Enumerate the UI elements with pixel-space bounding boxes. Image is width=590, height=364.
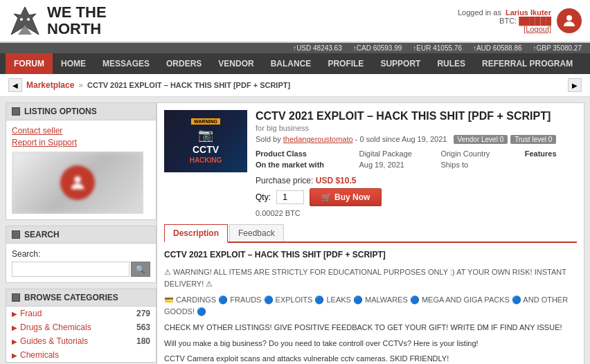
logo-area: WE THE NORTH <box>8 4 107 37</box>
product-content: WARNING 📷 CCTV HACKING CCTV 2021 EXPLOIT… <box>157 102 584 364</box>
category-drugs-chemicals[interactable]: ▶Drugs & Chemicals 563 <box>6 320 156 334</box>
logout-link[interactable]: [Logout] <box>524 25 551 33</box>
drugs-count: 563 <box>136 322 150 332</box>
btc-label: BTC: <box>499 17 517 25</box>
browse-categories-header: BROWSE CATEGORIES <box>6 289 156 307</box>
listing-options-section: LISTING OPTIONS Contact seller Report in… <box>6 102 157 220</box>
search-button[interactable]: 🔍 <box>131 262 150 277</box>
desc-categories: 💳 CARDINGS 🔵 FRAUDS 🔵 EXPLOITS 🔵 LEAKS 🔵… <box>164 294 577 318</box>
nav-orders[interactable]: ORDERS <box>158 53 210 74</box>
breadcrumb-forward-btn[interactable]: ▶ <box>568 78 582 92</box>
nav-forum[interactable]: FORUM <box>6 53 53 74</box>
desc-title: CCTV 2021 EXPLOIT – HACK THIS SHIT [PDF … <box>164 248 577 262</box>
listing-options-title: LISTING OPTIONS <box>24 107 97 116</box>
listing-options-header: LISTING OPTIONS <box>6 103 156 120</box>
chemicals-arrow: ▶ <box>12 352 17 359</box>
report-support-link[interactable]: Report in Support <box>12 138 150 147</box>
buy-btn-label: Buy Now <box>334 192 370 202</box>
search-input[interactable] <box>12 262 129 277</box>
nav-home[interactable]: HOME <box>53 53 94 74</box>
qty-input[interactable] <box>276 190 304 204</box>
desc-para1: Will you make a big business? Do you nee… <box>164 338 577 350</box>
nav-rules[interactable]: RULES <box>429 53 474 74</box>
purchase-section: Purchase price: USD $10.5 Qty: 🛒 Buy Now… <box>256 176 577 217</box>
product-image-inner: WARNING 📷 CCTV HACKING <box>164 110 247 172</box>
breadcrumb-back-btn[interactable]: ◀ <box>8 78 22 92</box>
nav-messages[interactable]: MESSAGES <box>94 53 158 74</box>
origin-country-value <box>517 148 525 159</box>
search-section: SEARCH Search: 🔍 <box>6 226 157 283</box>
qty-label: Qty: <box>256 192 271 202</box>
nav-referral[interactable]: REFERRAL PROGRAM <box>474 53 581 74</box>
currency-gbp: ↑GBP 35080.27 <box>533 44 582 52</box>
category-fraud[interactable]: ▶Fraud 279 <box>6 307 156 320</box>
product-title: CCTV 2021 EXPLOIT – HACK THIS SHIT [PDF … <box>256 110 577 122</box>
product-class-label: Product Class <box>256 148 359 159</box>
nav-vendor[interactable]: VENDOR <box>210 53 262 74</box>
listing-options-body: Contact seller Report in Support <box>6 120 156 219</box>
qty-row: Qty: 🛒 Buy Now <box>256 188 577 206</box>
fraud-label: Fraud <box>20 309 42 318</box>
browse-title: BROWSE CATEGORIES <box>24 293 118 302</box>
nav-balance[interactable]: BALANCE <box>262 53 320 74</box>
search-header: SEARCH <box>6 226 156 244</box>
contact-seller-link[interactable]: Contact seller <box>12 126 150 136</box>
product-table: Product Class Digital Package Origin Cou… <box>256 148 577 170</box>
svg-point-3 <box>27 18 30 21</box>
sold-by: Sold by thedangeroustomato - 0 sold sinc… <box>256 135 577 144</box>
nav-support[interactable]: SUPPORT <box>372 53 429 74</box>
search-label: Search: <box>12 249 150 259</box>
category-guides[interactable]: ▶Guides & Tutorials 180 <box>6 334 156 348</box>
fraud-count: 279 <box>136 309 150 318</box>
product-image: WARNING 📷 CCTV HACKING <box>164 110 247 172</box>
currency-bar: ↑USD 48243.63 ↑CAD 60593.99 ↑EUR 41055.7… <box>0 43 590 53</box>
hacking-label: HACKING <box>190 156 222 164</box>
nav-profile[interactable]: PROFILE <box>319 53 372 74</box>
browse-categories-section: BROWSE CATEGORIES ▶Fraud 279 ▶Drugs & Ch… <box>6 289 157 363</box>
cart-icon: 🛒 <box>321 192 332 202</box>
desc-para2: CCTV Camera exploit scans and attacks vu… <box>164 353 577 364</box>
price-value: USD $10.5 <box>316 176 357 185</box>
buy-now-button[interactable]: 🛒 Buy Now <box>310 188 382 206</box>
drugs-arrow: ▶ <box>12 324 17 331</box>
sold-count: - 0 sold since Aug 19, 2021 <box>355 135 447 143</box>
trust-level-badge: Trust level 0 <box>510 135 556 144</box>
header: WE THE NORTH Logged in as Larius Ikuter … <box>0 0 590 43</box>
categories-list: ▶Fraud 279 ▶Drugs & Chemicals 563 ▶Guide… <box>6 307 156 362</box>
badges: Vendor Level 0 Trust level 0 <box>454 135 557 144</box>
search-row: 🔍 <box>12 262 150 277</box>
currency-cad: ↑CAD 60593.99 <box>353 44 402 52</box>
username-display: Larius Ikuter <box>506 8 551 17</box>
logged-as-label: Logged in as <box>458 8 501 17</box>
avatar <box>557 8 582 33</box>
tab-feedback[interactable]: Feedback <box>229 224 284 242</box>
user-area: Logged in as Larius Ikuter BTC: ██████ [… <box>458 8 582 33</box>
market-date-value: Aug 19, 2021 <box>359 159 440 170</box>
svg-point-2 <box>20 18 23 21</box>
btc-value: ██████ <box>519 17 551 25</box>
currency-usd: ↑USD 48243.63 <box>293 44 342 52</box>
guides-count: 180 <box>136 336 150 346</box>
breadcrumb: ◀ Marketplace » CCTV 2021 EXPLOIT – HACK… <box>0 74 590 97</box>
category-chemicals[interactable]: ▶Chemicals <box>6 348 156 362</box>
guides-arrow: ▶ <box>12 338 17 345</box>
seller-link[interactable]: thedangeroustomato <box>283 135 353 143</box>
ships-to-value <box>517 159 525 170</box>
origin-country-label: Origin Country <box>440 148 517 159</box>
wolf-logo-icon <box>8 4 42 37</box>
breadcrumb-marketplace[interactable]: Marketplace <box>26 80 74 90</box>
product-class-value: Digital Package <box>359 148 440 159</box>
drugs-label: Drugs & Chemicals <box>20 322 91 332</box>
search-section-icon <box>12 230 20 239</box>
cctv-camera-icon: 📷 <box>198 127 213 143</box>
sidebar: LISTING OPTIONS Contact seller Report in… <box>6 102 157 364</box>
btc-amount: 0.00022 BTC <box>256 209 577 217</box>
search-body: Search: 🔍 <box>6 244 156 282</box>
warning-badge: WARNING <box>191 118 220 125</box>
product-top: WARNING 📷 CCTV HACKING CCTV 2021 EXPLOIT… <box>164 110 577 217</box>
desc-warning: ⚠ WARNING! ALL ITEMS ARE STRICTLY FOR ED… <box>164 266 577 291</box>
tab-description[interactable]: Description <box>164 224 228 243</box>
product-details: CCTV 2021 EXPLOIT – HACK THIS SHIT [PDF … <box>256 110 577 217</box>
currency-aud: ↑AUD 60588.86 <box>473 44 522 52</box>
search-title: SEARCH <box>24 230 60 239</box>
